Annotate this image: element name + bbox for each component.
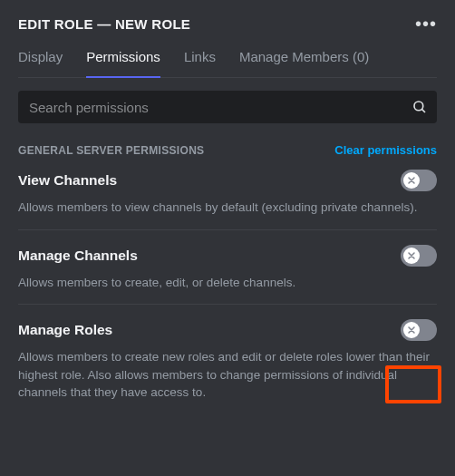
x-icon	[406, 175, 417, 186]
more-icon[interactable]: •••	[415, 15, 437, 33]
permission-title: Manage Roles	[18, 322, 112, 338]
permission-title: View Channels	[18, 172, 117, 189]
tab-links[interactable]: Links	[184, 49, 216, 77]
svg-point-0	[414, 102, 423, 111]
toggle-view-channels[interactable]	[401, 170, 437, 191]
permission-title: Manage Channels	[18, 248, 138, 264]
clear-permissions-link[interactable]: Clear permissions	[334, 143, 437, 157]
permission-manage-roles: Manage Roles Allows members to create ne…	[18, 314, 437, 414]
tab-permissions[interactable]: Permissions	[86, 49, 160, 77]
x-icon	[406, 250, 417, 261]
tab-manage-members[interactable]: Manage Members (0)	[239, 49, 369, 77]
x-icon	[406, 325, 417, 335]
page-title: EDIT ROLE — NEW ROLE	[18, 16, 190, 32]
permission-desc: Allows members to create new roles and e…	[18, 348, 437, 402]
toggle-manage-roles[interactable]	[401, 319, 437, 341]
toggle-manage-channels[interactable]	[401, 245, 437, 267]
permission-desc: Allows members to create, edit, or delet…	[18, 274, 437, 292]
permission-desc: Allows members to view channels by defau…	[18, 199, 437, 217]
permission-view-channels: View Channels Allows members to view cha…	[18, 170, 437, 230]
section-label: GENERAL SERVER PERMISSIONS	[18, 144, 204, 157]
tabs: Display Permissions Links Manage Members…	[18, 49, 437, 78]
search-input[interactable]	[18, 91, 437, 123]
svg-line-1	[421, 109, 425, 112]
tab-display[interactable]: Display	[18, 49, 63, 77]
permission-manage-channels: Manage Channels Allows members to create…	[18, 239, 437, 306]
search-icon	[411, 99, 428, 115]
